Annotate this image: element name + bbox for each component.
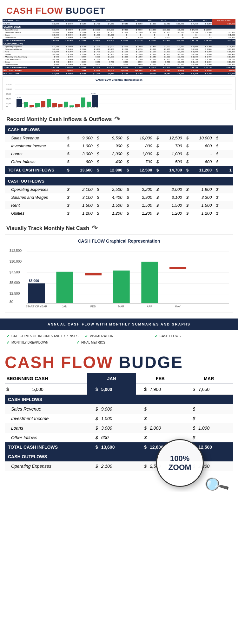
- svg-rect-55: [28, 283, 45, 303]
- table-row: Investment Income $ 1,000 $ $: [5, 414, 233, 423]
- mid-inflows-table: Sales Revenue $ 9,000 $ 9,500 $ 10,000 $…: [5, 134, 233, 174]
- beg-mar-dollar: $: [185, 384, 197, 395]
- chart-svg: $13,500 $10,000 $7,500 $5,000 $2,500 $0 …: [4, 83, 234, 108]
- table-row: Loans $ 3,000 $ 2,000 $ 1,000: [5, 423, 233, 433]
- bottom-outflows-label: CASH OUTFLOWS: [5, 452, 233, 461]
- beg-may: $ 4,250: [101, 22, 115, 25]
- svg-text:START OF YEAR: START OF YEAR: [26, 305, 47, 308]
- check-icon-1: ✓: [6, 334, 10, 339]
- table-row: Operating Expenses $ 2,100 $ 2,500 $ 2,2…: [5, 185, 233, 193]
- table-row: Utilities $ 1,200 $ 1,200 $ 1,200 $ 1,20…: [5, 209, 233, 217]
- big-chart-svg: $12,500 $10,000 $7,500 $5,000 $2,500 $0 …: [9, 246, 229, 310]
- title-budget: BUDGET: [66, 6, 105, 16]
- mid-table-section: CASH INFLOWS Sales Revenue $ 9,000 $ 9,5…: [0, 125, 238, 220]
- beg-aug: $ 1,600: [143, 22, 157, 25]
- svg-text:JAN: JAN: [24, 106, 26, 108]
- features-section: ✓ CATEGORIES OF INCOMES AND EXPENSES ✓ V…: [0, 330, 238, 349]
- svg-text:$2,500: $2,500: [6, 103, 11, 104]
- col-aug: AUG: [143, 19, 157, 22]
- col-ending: ENDING CASH: [212, 19, 235, 22]
- feature-item-1: ✓ CATEGORIES OF INCOMES AND EXPENSES: [6, 334, 78, 339]
- col-header-jan: JAN: [87, 373, 136, 384]
- main-title: CASH FLOW BUDGET: [6, 6, 232, 16]
- feature-item-2: ✓ VISUALIZATION: [85, 334, 148, 339]
- bottom-table: BEGINNING CASH JAN FEB MAR $ 5,000 $ 5,0…: [5, 373, 233, 471]
- arrow-icon-1: ↷: [114, 115, 120, 124]
- magnifier-icon: 🔍: [202, 472, 230, 492]
- beg-apr: $ 1,400: [87, 22, 101, 25]
- svg-text:$12,500: $12,500: [10, 249, 22, 252]
- svg-text:MAY: MAY: [47, 106, 50, 108]
- table-row: Rent $ 1,500 $ 1,500 $ 1,500 $ 1,500 $ 1…: [5, 201, 233, 209]
- bottom-inflows-header: CASH INFLOWS: [5, 395, 233, 405]
- svg-text:END OF Year: END OF Year: [91, 107, 98, 108]
- beg-cash-values-row: $ 5,000 $ 5,000 $ 7,900 $ 7,650: [5, 384, 233, 395]
- col-header-feb: FEB: [136, 373, 184, 384]
- svg-text:FEB: FEB: [90, 305, 96, 308]
- svg-rect-18: [47, 99, 51, 107]
- svg-text:MAR: MAR: [118, 305, 124, 308]
- table-row: Other Inflows $ 600 $ 400 $ 700 $ 500 $ …: [5, 158, 233, 166]
- beg-cash-header-row: BEGINNING CASH JAN FEB MAR: [5, 373, 233, 384]
- big-chart-section: CASH FLOW Graphical Representation $12,5…: [0, 234, 238, 316]
- beg-sept: $ 2,750: [157, 22, 171, 25]
- dark-banner: ANNUAL CASH FLOW WITH MONTHLY SUMMARIES …: [0, 319, 238, 330]
- check-icon-2: ✓: [85, 334, 88, 339]
- col-dec: DEC: [198, 19, 212, 22]
- col-mar: MAR: [73, 19, 87, 22]
- svg-text:JUN: JUN: [52, 106, 55, 108]
- beg-ending: $ 18,600: [212, 22, 235, 25]
- bottom-inflows-label: CASH INFLOWS: [5, 395, 233, 405]
- svg-rect-57: [56, 272, 73, 303]
- svg-text:SEPT: SEPT: [69, 106, 73, 108]
- svg-text:APR: APR: [41, 106, 43, 108]
- col-sept: SEPT: [157, 19, 171, 22]
- beg-feb-val: 7,900: [148, 384, 185, 395]
- beg-jan: $ 1,600: [46, 22, 60, 25]
- check-icon-3: ✓: [155, 334, 158, 339]
- spreadsheet-area: BEGINNING CASH JAN FEB MAR APR MAY JUN J…: [0, 19, 238, 110]
- spreadsheet-chart: CASH FLOW Graphical Representation $13,5…: [3, 77, 235, 110]
- table-row: Sales Revenue $ 9,000 $ $: [5, 404, 233, 414]
- svg-text:$10,000: $10,000: [6, 88, 12, 90]
- beg-mar-val: 7,650: [197, 384, 233, 395]
- table-row: Salaries and Wages $ 3,100 $ 4,400 $ 2,9…: [5, 193, 233, 201]
- svg-text:NOV: NOV: [81, 106, 84, 108]
- header-section: CASH FLOW BUDGET: [0, 0, 238, 19]
- svg-text:$2,500: $2,500: [10, 292, 20, 295]
- beg-feb: $ 1,660: [59, 22, 73, 25]
- cash-outflows-header: CASH OUTFLOWS: [3, 42, 235, 45]
- beg-cash-dollar: $ 5,000: [5, 384, 87, 395]
- svg-text:$7,500: $7,500: [6, 93, 11, 95]
- total-inflows-row: TOTAL CASH INFLOWS $ 13,600 $ 12,800 $ 1…: [5, 166, 233, 174]
- svg-text:$7,500: $7,500: [10, 270, 20, 274]
- svg-rect-59: [113, 271, 130, 303]
- desc-text-2: Visually Track Monthly Net Cash ↷: [0, 220, 238, 234]
- big-title-cashflow: CASH FLOW: [5, 353, 113, 372]
- col-jan: JAN: [46, 19, 60, 22]
- svg-text:$10,000: $10,000: [10, 259, 22, 263]
- svg-text:MAR: MAR: [35, 106, 38, 108]
- table-row: Investment Income $ 1,000 $ 900 $ 800 $ …: [5, 142, 233, 150]
- feature-item-3: ✓ CASH FLOWS: [155, 334, 181, 339]
- bottom-spreadsheet: BEGINNING CASH JAN FEB MAR $ 5,000 $ 5,0…: [0, 373, 238, 492]
- arrow-icon-2: ↷: [92, 224, 97, 232]
- bottom-total-inflows: TOTAL CASH INFLOWS $ 13,600 $ 12,800 $ 1…: [5, 442, 233, 452]
- table-row: Loans $ 3,000 $ 2,000 $ 1,000 $ 1,000 $ …: [5, 150, 233, 158]
- beg-oct: $ 10,200: [171, 22, 185, 25]
- beg-jul: $ 3,350: [129, 22, 143, 25]
- col-may: MAY: [101, 19, 115, 22]
- svg-text:JUL: JUL: [58, 106, 61, 108]
- title-cashflow: CASH FLOW: [6, 6, 63, 16]
- col-oct: OCT: [171, 19, 185, 22]
- svg-text:$0: $0: [10, 300, 13, 304]
- table-row: Operating Expenses $ 2,100 $ 2,500 $ 2,2…: [5, 461, 233, 471]
- svg-text:$5,000: $5,000: [6, 98, 11, 100]
- svg-rect-24: [81, 97, 85, 107]
- svg-text:DEC: DEC: [87, 106, 89, 108]
- cash-inflows-header: CASH INFLOWS: [3, 25, 235, 29]
- svg-text:JAN: JAN: [62, 305, 67, 308]
- check-icon-4: ✓: [6, 340, 10, 345]
- table-row: Sales Revenue $ 9,000 $ 9,500 $ 10,000 $…: [5, 134, 233, 142]
- table-row: Other Inflows $ 600 $ $: [5, 433, 233, 442]
